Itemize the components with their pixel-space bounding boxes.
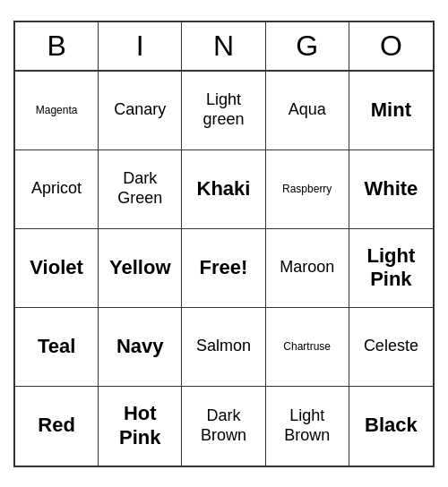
cell-text: Lightgreen [202, 90, 244, 129]
bingo-cell: Violet [15, 229, 99, 308]
header-letter: B [15, 22, 99, 70]
bingo-cell: White [349, 150, 433, 229]
cell-text: Raspberry [282, 183, 332, 195]
cell-text: Salmon [196, 337, 251, 356]
cell-text: Yellow [109, 256, 170, 279]
bingo-cell: Apricot [15, 150, 99, 229]
bingo-cell: HotPink [99, 387, 182, 466]
bingo-cell: Mint [349, 72, 433, 150]
cell-text: Black [365, 414, 418, 437]
header-letter: O [349, 22, 433, 70]
cell-text: DarkBrown [201, 406, 246, 445]
cell-text: Aqua [289, 100, 326, 120]
bingo-cell: Yellow [99, 229, 182, 308]
bingo-cell: Salmon [182, 308, 265, 387]
cell-text: DarkGreen [117, 169, 162, 208]
bingo-card: BINGO MagentaCanaryLightgreenAquaMintApr… [13, 21, 435, 467]
cell-text: Maroon [280, 258, 334, 278]
bingo-cell: Maroon [266, 229, 349, 308]
bingo-cell: Teal [15, 308, 99, 387]
cell-text: Mint [371, 98, 411, 122]
cell-text: Canary [114, 100, 166, 120]
cell-text: LightBrown [284, 406, 330, 445]
cell-text: Free! [200, 256, 248, 279]
cell-text: Violet [30, 256, 83, 279]
cell-text: Red [38, 414, 75, 437]
bingo-cell: LightBrown [266, 387, 349, 466]
bingo-cell: Canary [99, 72, 182, 150]
cell-text: Khaki [197, 177, 251, 201]
bingo-cell: DarkBrown [182, 387, 265, 466]
cell-text: LightPink [367, 244, 416, 292]
cell-text: Celeste [364, 337, 418, 356]
cell-text: Teal [38, 335, 75, 358]
bingo-cell: Celeste [349, 308, 433, 387]
header-letter: N [182, 22, 265, 70]
cell-text: Navy [116, 335, 164, 358]
bingo-cell: Khaki [182, 150, 265, 229]
bingo-cell: Raspberry [266, 150, 349, 229]
cell-text: HotPink [119, 402, 160, 449]
bingo-cell: Magenta [15, 72, 99, 150]
bingo-cell: Aqua [266, 72, 349, 150]
bingo-cell: Free! [182, 229, 265, 308]
bingo-cell: Red [15, 387, 99, 466]
bingo-cell: LightPink [349, 229, 433, 308]
bingo-cell: Chartruse [266, 308, 349, 387]
bingo-cell: Navy [99, 308, 182, 387]
bingo-cell: Lightgreen [182, 72, 265, 150]
cell-text: White [364, 177, 418, 201]
bingo-grid: MagentaCanaryLightgreenAquaMintApricotDa… [15, 72, 433, 466]
header-letter: I [99, 22, 182, 70]
cell-text: Apricot [31, 179, 82, 199]
cell-text: Magenta [36, 104, 78, 116]
header-letter: G [266, 22, 349, 70]
bingo-header: BINGO [15, 22, 433, 72]
bingo-cell: DarkGreen [99, 150, 182, 229]
bingo-cell: Black [349, 387, 433, 466]
cell-text: Chartruse [283, 340, 331, 353]
